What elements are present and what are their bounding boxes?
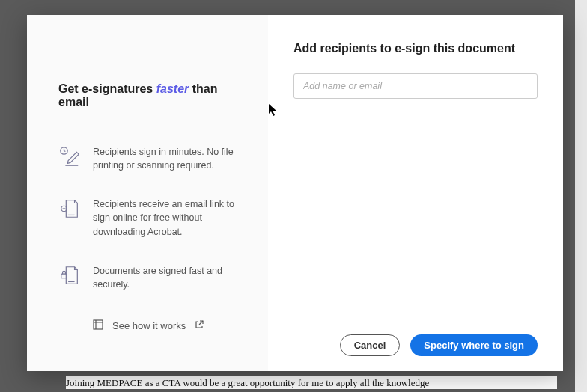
see-how-label: See how it works (112, 320, 186, 331)
left-info-panel: Get e-signatures faster than email Recip… (27, 15, 268, 371)
feature-secure: Documents are signed fast and securely. (58, 264, 246, 291)
headline-emphasis: faster (156, 82, 189, 95)
video-icon (93, 319, 103, 332)
right-form-panel: Add recipients to e-sign this document C… (268, 15, 563, 371)
see-how-it-works-link[interactable]: See how it works (93, 319, 204, 332)
recipient-input[interactable] (294, 73, 538, 99)
svg-rect-3 (94, 320, 103, 329)
feature-text: Recipients sign in minutes. No file prin… (93, 145, 246, 172)
esign-dialog: Get e-signatures faster than email Recip… (27, 15, 563, 371)
feature-email-link: Recipients receive an email link to sign… (58, 197, 246, 238)
feature-text: Recipients receive an email link to sign… (93, 197, 246, 238)
feature-sign-minutes: Recipients sign in minutes. No file prin… (58, 145, 246, 172)
external-link-icon (195, 320, 204, 331)
vertical-scrollbar[interactable] (575, 0, 587, 392)
specify-where-to-sign-button[interactable]: Specify where to sign (410, 334, 538, 356)
feature-text: Documents are signed fast and securely. (93, 264, 246, 291)
headline: Get e-signatures faster than email (58, 82, 246, 109)
cancel-button[interactable]: Cancel (340, 334, 401, 356)
dialog-button-row: Cancel Specify where to sign (340, 334, 538, 356)
dialog-title: Add recipients to e-sign this document (294, 42, 538, 55)
sign-speed-icon (58, 145, 81, 168)
secure-document-icon (58, 264, 81, 287)
headline-pre: Get e-signatures (58, 82, 156, 95)
background-document-line: Joining MEDPACE as a CTA would be a grea… (66, 376, 557, 389)
document-link-icon (58, 197, 81, 220)
